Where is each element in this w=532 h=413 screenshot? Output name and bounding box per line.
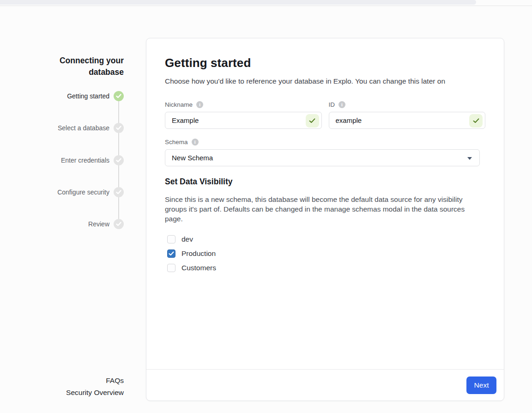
data-visibility-description: Since this is a new schema, this databas…: [165, 194, 483, 224]
info-icon[interactable]: i: [196, 101, 203, 108]
info-icon[interactable]: i: [339, 101, 345, 108]
schema-label: Schema i: [165, 139, 485, 146]
step-label: Review: [88, 219, 109, 229]
checkbox-icon[interactable]: [167, 249, 175, 258]
valid-check-icon: [306, 114, 319, 128]
stepper-step-review[interactable]: Review: [28, 219, 124, 229]
nickname-input[interactable]: [165, 112, 321, 128]
card-body: Getting started Choose how you'd like to…: [146, 38, 504, 369]
visibility-group-production[interactable]: Production: [165, 249, 485, 258]
schema-label-text: Schema: [165, 139, 188, 146]
chevron-down-icon: [467, 157, 472, 160]
checkbox-label: Production: [181, 249, 216, 258]
step-check-icon: [114, 155, 124, 165]
visibility-group-dev[interactable]: dev: [165, 235, 485, 243]
step-check-icon: [114, 219, 124, 229]
rail-links: FAQs Security Overview: [28, 375, 124, 399]
id-label-text: ID: [329, 101, 335, 108]
checkbox-icon[interactable]: [167, 264, 175, 272]
nickname-label-text: Nickname: [165, 101, 193, 108]
getting-started-card: Getting started Choose how you'd like to…: [146, 38, 504, 401]
visibility-group-customers[interactable]: Customers: [165, 264, 485, 272]
step-label: Enter credentials: [61, 155, 109, 165]
info-icon[interactable]: i: [192, 139, 199, 146]
id-label: ID i: [329, 101, 486, 108]
schema-select[interactable]: New Schema: [165, 149, 480, 166]
faqs-link[interactable]: FAQs: [28, 375, 124, 387]
window-chrome-strip: [0, 0, 476, 5]
next-button[interactable]: Next: [466, 377, 496, 394]
window-top-divider: [0, 6, 532, 6]
checkbox-label: dev: [181, 235, 193, 243]
id-input[interactable]: [329, 112, 485, 128]
nickname-label: Nickname i: [165, 101, 322, 108]
id-input-wrap: [329, 112, 486, 129]
stepper-step-configure-security[interactable]: Configure security: [28, 187, 124, 197]
stepper-step-getting-started[interactable]: Getting started: [28, 91, 124, 101]
valid-check-icon: [469, 114, 483, 128]
data-visibility-heading: Set Data Visibility: [165, 177, 485, 187]
stepper-step-select-database[interactable]: Select a database: [28, 123, 124, 133]
checkbox-icon[interactable]: [167, 235, 175, 243]
page-title: Getting started: [165, 56, 485, 70]
security-overview-link[interactable]: Security Overview: [28, 387, 124, 399]
step-label: Configure security: [57, 187, 109, 197]
schema-select-value: New Schema: [172, 154, 213, 162]
step-check-icon: [114, 123, 124, 133]
step-label: Getting started: [67, 91, 109, 101]
card-footer: Next: [146, 369, 504, 401]
nickname-input-wrap: [165, 112, 322, 129]
stepper-step-enter-credentials[interactable]: Enter credentials: [28, 155, 124, 165]
step-check-icon: [114, 91, 124, 101]
checkbox-label: Customers: [181, 264, 216, 272]
step-check-icon: [114, 187, 124, 197]
wizard-title: Connecting your database: [41, 55, 124, 78]
step-label: Select a database: [58, 123, 109, 133]
page-subtitle: Choose how you'd like to reference your …: [165, 77, 485, 85]
